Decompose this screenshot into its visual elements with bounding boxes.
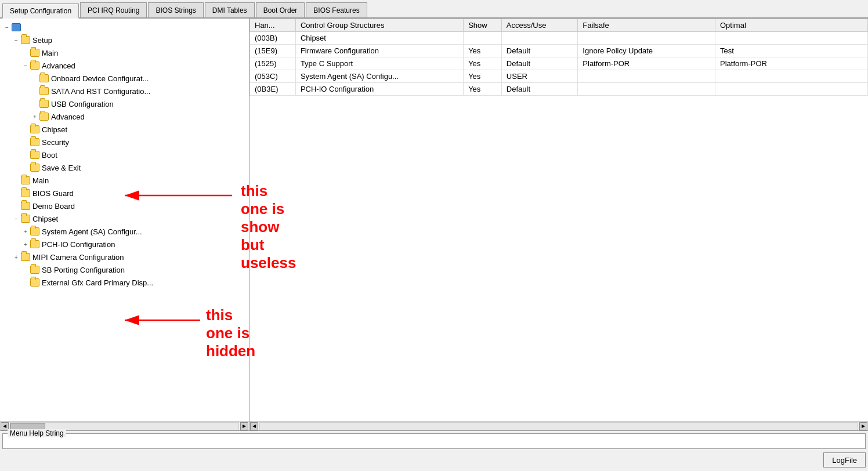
folder-icon — [39, 113, 49, 121]
logfile-button[interactable]: LogFile — [823, 452, 866, 468]
sysagent-expander[interactable]: + — [21, 227, 30, 236]
table-cell-access: Default — [501, 45, 577, 57]
scroll-thumb[interactable] — [10, 423, 45, 430]
root-expander[interactable]: − — [2, 23, 12, 32]
right-panel: Han... Control Group Structures Show Acc… — [249, 19, 868, 430]
table-hscrollbar[interactable]: ◀ ▶ — [249, 421, 868, 430]
onboard-expander — [30, 74, 39, 83]
folder-icon — [21, 202, 30, 210]
advanced1-expander[interactable]: − — [21, 61, 30, 70]
table-scroll-left[interactable]: ◀ — [250, 422, 258, 430]
col-access: Access/Use — [501, 19, 577, 32]
table-row[interactable]: (1525)Type C SupportYesDefaultPlatform-P… — [250, 57, 868, 70]
table-row[interactable]: (15E9)Firmware ConfigurationYesDefaultIg… — [250, 45, 868, 57]
col-handle: Han... — [250, 19, 296, 32]
tree-item-sbporting[interactable]: SB Porting Configuration — [0, 263, 249, 276]
bottom-panel: Menu Help String LogFile — [0, 430, 868, 471]
table-row[interactable]: (003B)Chipset — [250, 32, 868, 45]
folder-icon — [39, 87, 49, 95]
table-cell-handle: (1525) — [250, 57, 296, 70]
sata-expander — [30, 86, 39, 96]
security-expander — [21, 137, 30, 147]
table-cell-optimal: Platform-POR — [715, 57, 867, 70]
boot-expander — [21, 150, 30, 160]
table-cell-access: Default — [501, 83, 577, 96]
folder-icon — [30, 240, 39, 248]
folder-icon — [30, 151, 39, 159]
tab-dmi-tables[interactable]: DMI Tables — [205, 2, 255, 17]
chipset2-expander[interactable]: − — [12, 214, 21, 223]
tree-item-demoboard[interactable]: Demo Board — [0, 200, 249, 212]
table-cell-optimal — [715, 70, 867, 83]
tab-boot-order[interactable]: Boot Order — [256, 2, 305, 17]
table-cell-name: Type C Support — [295, 57, 463, 70]
tree-item-biosguard[interactable]: BIOS Guard — [0, 187, 249, 200]
mipi-expander[interactable]: + — [12, 252, 21, 262]
table-cell-failsafe — [578, 83, 715, 96]
folder-icon — [21, 189, 30, 197]
tree-item-mipi[interactable]: + MIPI Camera Configuration — [0, 251, 249, 263]
table-cell-handle: (15E9) — [250, 45, 296, 57]
table-cell-name: System Agent (SA) Configu... — [295, 70, 463, 83]
advanced2-expander[interactable]: + — [30, 112, 39, 121]
tree-item-main2[interactable]: Main — [0, 174, 249, 187]
extgfx-expander — [21, 278, 30, 287]
tree-item-security[interactable]: Security — [0, 136, 249, 148]
tree-item-pchio[interactable]: + PCH-IO Configuration — [0, 238, 249, 251]
tree-item-usb[interactable]: USB Configuration — [0, 97, 249, 110]
tree-item-advanced2[interactable]: + Advanced — [0, 110, 249, 123]
saveexit-expander — [21, 163, 30, 172]
table-cell-show: Yes — [464, 57, 502, 70]
col-failsafe: Failsafe — [578, 19, 715, 32]
scroll-right-arrow[interactable]: ▶ — [240, 422, 248, 430]
demoboard-expander — [12, 201, 21, 211]
table-cell-name: PCH-IO Configuration — [295, 83, 463, 96]
tree-item-boot[interactable]: Boot — [0, 148, 249, 161]
table-container[interactable]: Han... Control Group Structures Show Acc… — [249, 19, 868, 421]
tab-pci-irq-routing[interactable]: PCI IRQ Routing — [80, 2, 147, 17]
menu-help-group: Menu Help String — [2, 433, 866, 449]
menu-help-legend: Menu Help String — [8, 429, 66, 437]
root-icon — [12, 23, 21, 31]
tree-item-onboard[interactable]: Onboard Device Configurat... — [0, 72, 249, 85]
table-cell-show — [464, 32, 502, 45]
folder-icon — [30, 266, 39, 274]
tree-item-chipset1[interactable]: Chipset — [0, 123, 249, 136]
tree-container[interactable]: − − Setup Main — [0, 19, 249, 421]
tree-item-root[interactable]: − — [0, 21, 249, 34]
tree-item-sysagent[interactable]: + System Agent (SA) Configur... — [0, 225, 249, 238]
table-row[interactable]: (053C)System Agent (SA) Configu...YesUSE… — [250, 70, 868, 83]
tree-item-extgfx[interactable]: External Gfx Card Primary Disp... — [0, 276, 249, 289]
tab-bios-features[interactable]: BIOS Features — [306, 2, 367, 17]
tree-item-advanced1[interactable]: − Advanced — [0, 59, 249, 72]
tab-bar: Setup Configuration PCI IRQ Routing BIOS… — [0, 0, 868, 19]
table-scroll-track[interactable] — [259, 422, 858, 430]
col-optimal: Optimal — [715, 19, 867, 32]
pchio-expander[interactable]: + — [21, 240, 30, 249]
table-cell-failsafe — [578, 32, 715, 45]
folder-icon — [21, 176, 30, 184]
table-scroll-right[interactable]: ▶ — [859, 422, 867, 430]
tree-item-setup[interactable]: − Setup — [0, 34, 249, 46]
table-cell-name: Firmware Configuration — [295, 45, 463, 57]
tree-item-main1[interactable]: Main — [0, 46, 249, 59]
tab-bios-strings[interactable]: BIOS Strings — [148, 2, 203, 17]
setup-expander[interactable]: − — [12, 35, 21, 45]
tree-item-chipset2[interactable]: − Chipset — [0, 212, 249, 225]
table-cell-show: Yes — [464, 70, 502, 83]
biosguard-expander — [12, 189, 21, 198]
tree-item-saveexit[interactable]: Save & Exit — [0, 161, 249, 174]
main1-expander — [21, 48, 30, 57]
table-cell-name: Chipset — [295, 32, 463, 45]
folder-icon — [21, 253, 30, 261]
tree-item-sata[interactable]: SATA And RST Configuratio... — [0, 85, 249, 97]
table-cell-handle: (0B3E) — [250, 83, 296, 96]
tab-setup-configuration[interactable]: Setup Configuration — [2, 3, 79, 19]
usb-expander — [30, 99, 39, 108]
data-table: Han... Control Group Structures Show Acc… — [249, 19, 868, 96]
table-cell-optimal — [715, 32, 867, 45]
table-row[interactable]: (0B3E)PCH-IO ConfigurationYesDefault — [250, 83, 868, 96]
folder-icon — [30, 227, 39, 236]
table-cell-access — [501, 32, 577, 45]
table-cell-access: Default — [501, 57, 577, 70]
